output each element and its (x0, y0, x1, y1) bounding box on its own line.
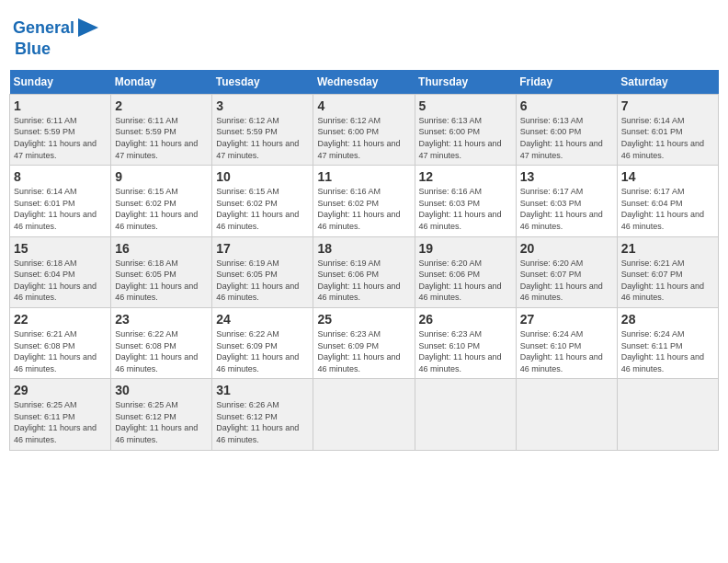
day-info: Sunrise: 6:19 AMSunset: 6:06 PMDaylight:… (317, 258, 410, 304)
calendar-cell: 6 Sunrise: 6:13 AMSunset: 6:00 PMDayligh… (516, 94, 617, 165)
day-number: 25 (317, 312, 410, 327)
day-info: Sunrise: 6:21 AMSunset: 6:08 PMDaylight:… (14, 328, 107, 374)
weekday-header: Monday (111, 70, 212, 95)
day-info: Sunrise: 6:12 AMSunset: 6:00 PMDaylight:… (317, 115, 410, 161)
day-number: 10 (216, 169, 309, 184)
day-number: 24 (216, 312, 309, 327)
day-number: 30 (115, 383, 208, 397)
calendar-cell: 20 Sunrise: 6:20 AMSunset: 6:07 PMDaylig… (516, 236, 617, 307)
day-info: Sunrise: 6:24 AMSunset: 6:10 PMDaylight:… (520, 328, 613, 374)
day-number: 1 (14, 98, 107, 113)
calendar-week-row: 1 Sunrise: 6:11 AMSunset: 5:59 PMDayligh… (10, 94, 719, 165)
day-number: 17 (216, 241, 309, 256)
calendar-cell (617, 379, 718, 450)
day-number: 29 (14, 383, 107, 397)
day-number: 4 (317, 98, 410, 113)
day-number: 21 (621, 241, 714, 256)
weekday-header: Sunday (10, 70, 111, 95)
day-number: 3 (216, 98, 309, 113)
day-number: 27 (520, 312, 613, 327)
day-info: Sunrise: 6:20 AMSunset: 6:06 PMDaylight:… (419, 258, 512, 304)
calendar-cell: 8 Sunrise: 6:14 AMSunset: 6:01 PMDayligh… (10, 166, 111, 236)
calendar-header-row: SundayMondayTuesdayWednesdayThursdayFrid… (10, 70, 719, 95)
day-info: Sunrise: 6:15 AMSunset: 6:02 PMDaylight:… (115, 186, 208, 232)
calendar-cell: 23 Sunrise: 6:22 AMSunset: 6:08 PMDaylig… (111, 307, 212, 378)
day-info: Sunrise: 6:22 AMSunset: 6:09 PMDaylight:… (216, 328, 309, 374)
day-info: Sunrise: 6:11 AMSunset: 5:59 PMDaylight:… (14, 115, 107, 161)
day-info: Sunrise: 6:23 AMSunset: 6:10 PMDaylight:… (419, 328, 512, 374)
day-number: 8 (14, 169, 107, 184)
calendar-cell: 5 Sunrise: 6:13 AMSunset: 6:00 PMDayligh… (415, 94, 516, 165)
day-number: 22 (14, 312, 107, 327)
calendar-cell: 15 Sunrise: 6:18 AMSunset: 6:04 PMDaylig… (10, 236, 111, 307)
day-info: Sunrise: 6:16 AMSunset: 6:02 PMDaylight:… (317, 186, 410, 232)
calendar-cell: 31 Sunrise: 6:26 AMSunset: 6:12 PMDaylig… (212, 379, 313, 450)
day-info: Sunrise: 6:13 AMSunset: 6:00 PMDaylight:… (520, 115, 613, 161)
day-info: Sunrise: 6:13 AMSunset: 6:00 PMDaylight:… (419, 115, 512, 161)
day-info: Sunrise: 6:21 AMSunset: 6:07 PMDaylight:… (621, 258, 714, 304)
day-number: 20 (520, 241, 613, 256)
calendar-cell (415, 379, 516, 450)
day-number: 7 (621, 98, 714, 113)
day-info: Sunrise: 6:22 AMSunset: 6:08 PMDaylight:… (115, 328, 208, 374)
day-info: Sunrise: 6:18 AMSunset: 6:05 PMDaylight:… (115, 258, 208, 304)
day-number: 31 (216, 383, 309, 397)
calendar-cell: 18 Sunrise: 6:19 AMSunset: 6:06 PMDaylig… (313, 236, 415, 307)
weekday-header: Wednesday (313, 70, 415, 95)
day-info: Sunrise: 6:24 AMSunset: 6:11 PMDaylight:… (621, 328, 714, 374)
logo-text-line2: Blue (15, 40, 51, 59)
day-number: 16 (115, 241, 208, 256)
svg-marker-0 (78, 18, 98, 37)
logo: General Blue (13, 17, 98, 59)
calendar-cell (313, 379, 415, 450)
calendar-cell: 29 Sunrise: 6:25 AMSunset: 6:11 PMDaylig… (10, 379, 111, 450)
logo-text-line1: General (13, 19, 74, 38)
day-number: 12 (419, 169, 512, 184)
day-info: Sunrise: 6:20 AMSunset: 6:07 PMDaylight:… (520, 258, 613, 304)
calendar-cell: 28 Sunrise: 6:24 AMSunset: 6:11 PMDaylig… (617, 307, 718, 378)
weekday-header: Tuesday (212, 70, 313, 95)
calendar-cell: 7 Sunrise: 6:14 AMSunset: 6:01 PMDayligh… (617, 94, 718, 165)
calendar-cell: 19 Sunrise: 6:20 AMSunset: 6:06 PMDaylig… (415, 236, 516, 307)
day-info: Sunrise: 6:11 AMSunset: 5:59 PMDaylight:… (115, 115, 208, 161)
day-info: Sunrise: 6:17 AMSunset: 6:03 PMDaylight:… (520, 186, 613, 232)
calendar-week-row: 29 Sunrise: 6:25 AMSunset: 6:11 PMDaylig… (10, 379, 719, 450)
day-info: Sunrise: 6:14 AMSunset: 6:01 PMDaylight:… (14, 186, 107, 232)
calendar-cell: 12 Sunrise: 6:16 AMSunset: 6:03 PMDaylig… (415, 166, 516, 236)
calendar-cell (516, 379, 617, 450)
day-info: Sunrise: 6:12 AMSunset: 5:59 PMDaylight:… (216, 115, 309, 161)
calendar-cell: 24 Sunrise: 6:22 AMSunset: 6:09 PMDaylig… (212, 307, 313, 378)
calendar-table: SundayMondayTuesdayWednesdayThursdayFrid… (9, 70, 719, 451)
day-number: 23 (115, 312, 208, 327)
calendar-cell: 9 Sunrise: 6:15 AMSunset: 6:02 PMDayligh… (111, 166, 212, 236)
calendar-cell: 10 Sunrise: 6:15 AMSunset: 6:02 PMDaylig… (212, 166, 313, 236)
logo-arrow-icon (78, 18, 98, 37)
calendar-week-row: 15 Sunrise: 6:18 AMSunset: 6:04 PMDaylig… (10, 236, 719, 307)
day-number: 15 (14, 241, 107, 256)
calendar-cell: 4 Sunrise: 6:12 AMSunset: 6:00 PMDayligh… (313, 94, 415, 165)
day-info: Sunrise: 6:14 AMSunset: 6:01 PMDaylight:… (621, 115, 714, 161)
day-info: Sunrise: 6:15 AMSunset: 6:02 PMDaylight:… (216, 186, 309, 232)
calendar-cell: 30 Sunrise: 6:25 AMSunset: 6:12 PMDaylig… (111, 379, 212, 450)
day-number: 19 (419, 241, 512, 256)
day-number: 18 (317, 241, 410, 256)
calendar-cell: 27 Sunrise: 6:24 AMSunset: 6:10 PMDaylig… (516, 307, 617, 378)
day-number: 28 (621, 312, 714, 327)
calendar-cell: 14 Sunrise: 6:17 AMSunset: 6:04 PMDaylig… (617, 166, 718, 236)
day-info: Sunrise: 6:19 AMSunset: 6:05 PMDaylight:… (216, 258, 309, 304)
day-info: Sunrise: 6:18 AMSunset: 6:04 PMDaylight:… (14, 258, 107, 304)
calendar-cell: 26 Sunrise: 6:23 AMSunset: 6:10 PMDaylig… (415, 307, 516, 378)
calendar-cell: 11 Sunrise: 6:16 AMSunset: 6:02 PMDaylig… (313, 166, 415, 236)
weekday-header: Friday (516, 70, 617, 95)
day-number: 2 (115, 98, 208, 113)
day-number: 9 (115, 169, 208, 184)
day-info: Sunrise: 6:17 AMSunset: 6:04 PMDaylight:… (621, 186, 714, 232)
calendar-week-row: 22 Sunrise: 6:21 AMSunset: 6:08 PMDaylig… (10, 307, 719, 378)
calendar-cell: 1 Sunrise: 6:11 AMSunset: 5:59 PMDayligh… (10, 94, 111, 165)
calendar-week-row: 8 Sunrise: 6:14 AMSunset: 6:01 PMDayligh… (10, 166, 719, 236)
day-number: 26 (419, 312, 512, 327)
weekday-header: Thursday (415, 70, 516, 95)
calendar-cell: 25 Sunrise: 6:23 AMSunset: 6:09 PMDaylig… (313, 307, 415, 378)
day-info: Sunrise: 6:25 AMSunset: 6:11 PMDaylight:… (14, 399, 107, 445)
calendar-cell: 17 Sunrise: 6:19 AMSunset: 6:05 PMDaylig… (212, 236, 313, 307)
